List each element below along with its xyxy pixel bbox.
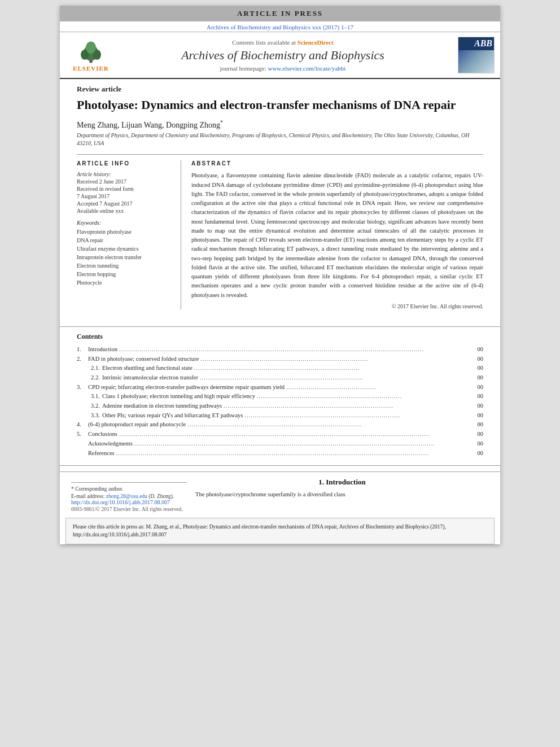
keyword-1: Flavoprotein photolyase [77, 228, 174, 236]
intro-title: 1. Introduction [195, 478, 489, 487]
toc-item-1: 1. Introduction ........................… [77, 346, 483, 354]
homepage-line: journal homepage: www.elsevier.com/locat… [116, 65, 449, 72]
revised-date: 7 August 2017 [77, 193, 174, 199]
received-date: Received 2 June 2017 [77, 178, 174, 185]
journal-header: ELSEVIER Contents lists available at Sci… [60, 32, 500, 79]
toc-item-3-2: 3.2. Adenine mediation in electron tunne… [77, 402, 483, 410]
abstract-label: ABSTRACT [191, 160, 483, 167]
toc-item-5: 5. Conclusions .........................… [77, 430, 483, 439]
footnote-area: * Corresponding author. E-mail address: … [71, 482, 187, 499]
contents-title: Contents [77, 333, 483, 341]
article-type: Review article [77, 85, 483, 94]
issn-line: 0003-9861/© 2017 Elsevier Inc. All right… [71, 506, 187, 512]
abb-text: ABB [474, 39, 492, 48]
homepage-prefix: journal homepage: [220, 65, 268, 72]
affiliation-mark: * [220, 119, 223, 125]
intro-section: * Corresponding author. E-mail address: … [60, 471, 500, 512]
elsevier-logo: ELSEVIER [65, 38, 116, 72]
sciencedirect-prefix: Contents lists available at [232, 39, 297, 46]
citation-box: Please cite this article in press as: M.… [65, 518, 495, 544]
history-label: Article history: [77, 171, 174, 177]
journal-ref: Archives of Biochemistry and Biophysics … [60, 21, 500, 32]
contents-section: Contents 1. Introduction ...............… [60, 333, 500, 457]
article-title: Photolyase: Dynamics and electron-transf… [77, 97, 483, 113]
divider-2 [60, 465, 500, 466]
keywords-list: Flavoprotein photolyase DNA repair Ultra… [77, 228, 174, 287]
homepage-link[interactable]: www.elsevier.com/locate/yabbi [268, 65, 345, 72]
keyword-7: Photocycle [77, 278, 174, 287]
toc-item-2-1: 2.1. Electron shuttling and functional s… [77, 364, 483, 373]
toc-item-ack: Acknowledgments ........................… [77, 440, 483, 448]
abb-image-area [458, 50, 494, 73]
authors-text: Meng Zhang, Lijuan Wang, Dongping Zhong [77, 120, 220, 129]
elsevier-text: ELSEVIER [73, 65, 109, 72]
affiliation: Department of Physics, Department of Che… [77, 132, 483, 147]
email-line: E-mail address: zhong.28@osu.edu (D. Zho… [71, 493, 187, 499]
keyword-4: Intraprotein electron transfer [77, 253, 174, 261]
main-content: Review article Photolyase: Dynamics and … [60, 79, 500, 321]
abstract-text: Photolyase, a flavoenzyme containing fla… [191, 171, 483, 300]
toc-item-2-2: 2.2. Intrinsic intramolecular electron t… [77, 374, 483, 382]
right-logo-area: ABB [449, 37, 495, 73]
center-info: Contents lists available at ScienceDirec… [116, 39, 449, 72]
keyword-5: Electron tunneling [77, 261, 174, 270]
toc-item-3: 3. CPD repair; bifurcating electron-tran… [77, 383, 483, 392]
divider-1 [60, 326, 500, 327]
top-banner: ARTICLE IN PRESS [60, 6, 500, 21]
toc-item-2: 2. FAD in photolyase; conserved folded s… [77, 355, 483, 364]
citation-text: Please cite this article in press as: M.… [73, 524, 446, 538]
page: ARTICLE IN PRESS Archives of Biochemistr… [60, 6, 500, 544]
keyword-2: DNA repair [77, 236, 174, 244]
svg-point-4 [86, 41, 96, 54]
intro-right: 1. Introduction The photolyase/cryptochr… [195, 478, 489, 512]
available-date: Available online xxx [77, 208, 174, 214]
elsevier-logo-area: ELSEVIER [65, 38, 116, 72]
toc-item-4: 4. (6-4) photoproduct repair and photocy… [77, 421, 483, 429]
toc-item-ref: References .............................… [77, 449, 483, 458]
sciencedirect-line: Contents lists available at ScienceDirec… [116, 39, 449, 46]
banner-text: ARTICLE IN PRESS [237, 9, 323, 18]
article-info-label: ARTICLE INFO [77, 160, 174, 167]
right-col: ABSTRACT Photolyase, a flavoenzyme conta… [191, 160, 483, 309]
keywords-label: Keywords: [77, 220, 174, 226]
elsevier-tree-icon [74, 38, 108, 64]
journal-ref-text: Archives of Biochemistry and Biophysics … [207, 24, 353, 30]
email-link[interactable]: zhong.28@osu.edu [106, 493, 147, 499]
authors: Meng Zhang, Lijuan Wang, Dongping Zhong* [77, 119, 483, 130]
toc-item-3-3: 3.3. Other PIs; various repair QYs and b… [77, 412, 483, 420]
abb-logo: ABB [458, 37, 495, 73]
revised-label: Received in revised form [77, 186, 174, 192]
sciencedirect-link[interactable]: ScienceDirect [298, 39, 334, 46]
toc-item-3-1: 3.1. Class 1 photolyase; electron tunnel… [77, 392, 483, 401]
intro-text: The photolyase/cryptochrome superfamily … [195, 490, 489, 499]
keyword-6: Electron hopping [77, 270, 174, 278]
doi-link[interactable]: http://dx.doi.org/10.1016/j.abb.2017.08.… [71, 499, 187, 505]
intro-left: * Corresponding author. E-mail address: … [71, 478, 195, 512]
left-col: ARTICLE INFO Article history: Received 2… [77, 160, 181, 309]
keyword-3: Ultrafast enzyme dynamics [77, 244, 174, 253]
corresponding-author: * Corresponding author. [71, 486, 187, 492]
two-col-section: ARTICLE INFO Article history: Received 2… [77, 154, 483, 309]
keywords-section: Keywords: Flavoprotein photolyase DNA re… [77, 220, 174, 287]
copyright-line: © 2017 Elsevier Inc. All rights reserved… [191, 303, 483, 309]
accepted-date: Accepted 7 August 2017 [77, 200, 174, 207]
journal-title: Archives of Biochemistry and Biophysics [116, 48, 449, 63]
